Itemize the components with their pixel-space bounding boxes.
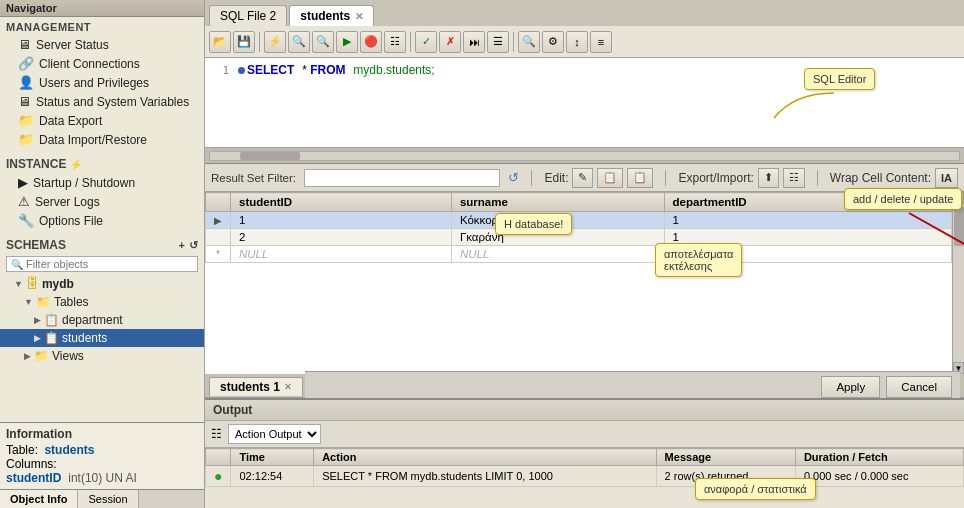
sidebar-item-server-status[interactable]: 🖥 Server Status (0, 35, 204, 54)
result-tab-close[interactable]: ✕ (284, 382, 292, 392)
cell-surname-2[interactable]: Γκαράνη (451, 229, 664, 246)
tree-tables[interactable]: ▼ 📁 Tables (0, 293, 204, 311)
bar-sep-3 (817, 170, 818, 186)
filter-refresh-btn[interactable]: ↺ (508, 170, 519, 185)
views-label: Views (52, 349, 84, 363)
cell-surname-null[interactable]: NULL (451, 246, 664, 263)
toolbar-search-btn[interactable]: 🔍 (312, 31, 334, 53)
toolbar-explain-btn[interactable]: 🔍 (288, 31, 310, 53)
schemas-add-icon[interactable]: + (179, 239, 185, 252)
students-tab-label: students (300, 9, 350, 23)
result-filter-input[interactable] (304, 169, 500, 187)
result-filter-bar: Result Set Filter: ↺ Edit: ✎ 📋 📋 Expor (205, 164, 964, 192)
edit-btn-1[interactable]: ✎ (572, 168, 593, 188)
filter-search-icon: 🔍 (11, 259, 23, 270)
toolbar-find-btn[interactable]: 🔍 (518, 31, 540, 53)
tab-object-info[interactable]: Object Info (0, 490, 78, 508)
tree-students[interactable]: ▶ 📋 students (0, 329, 204, 347)
toolbar-next-btn[interactable]: ⏭ (463, 31, 485, 53)
tables-label: Tables (54, 295, 89, 309)
output-table-container[interactable]: Time Action Message Duration / Fetch ● 0… (205, 448, 964, 508)
tab-students[interactable]: students ✕ (289, 5, 374, 26)
output-col-action[interactable]: Action (314, 449, 656, 466)
output-col-time[interactable]: Time (231, 449, 314, 466)
refresh-icon[interactable]: ↺ (508, 170, 519, 185)
toolbar-execute-btn[interactable]: ⚡ (264, 31, 286, 53)
edit-btn-3[interactable]: 📋 (627, 168, 653, 188)
table-row-null[interactable]: * NULL NULL NULL (206, 246, 952, 263)
wrap-btn[interactable]: IA (935, 168, 958, 188)
sql-code[interactable]: SELECT * FROM mydb.students; (247, 63, 435, 78)
schemas-refresh-icon[interactable]: ↺ (189, 239, 198, 252)
toolbar-format-btn[interactable]: ☰ (487, 31, 509, 53)
sidebar-item-client-connections[interactable]: 🔗 Client Connections (0, 54, 204, 73)
output-action: SELECT * FROM mydb.students LIMIT 0, 100… (314, 466, 656, 487)
cell-dept-2[interactable]: 1 (664, 229, 951, 246)
toolbar-rollback-btn[interactable]: ✗ (439, 31, 461, 53)
toolbar-run-btn[interactable]: ▶ (336, 31, 358, 53)
students-label: students (62, 331, 107, 345)
sidebar-scroll[interactable]: MANAGEMENT 🖥 Server Status 🔗 Client Conn… (0, 17, 204, 422)
output-type-select[interactable]: Action Output (228, 424, 321, 444)
cell-id-2[interactable]: 2 (231, 229, 452, 246)
scroll-up-arrow[interactable]: ▲ (953, 192, 964, 204)
tree-views[interactable]: ▶ 📁 Views (0, 347, 204, 365)
export-btn-1[interactable]: ⬆ (758, 168, 779, 188)
cell-id-1[interactable]: 1 (231, 212, 452, 229)
sidebar-item-data-export[interactable]: 📁 Data Export (0, 111, 204, 130)
h-scroll-thumb[interactable] (240, 152, 300, 160)
cell-dept-1[interactable]: 1 (664, 212, 951, 229)
students-table-icon: 📋 (44, 331, 59, 345)
sidebar-item-data-import[interactable]: 📁 Data Import/Restore (0, 130, 204, 149)
table-row[interactable]: 2 Γκαράνη 1 (206, 229, 952, 246)
toolbar-menu-btn[interactable]: ≡ (590, 31, 612, 53)
sidebar-item-startup-shutdown[interactable]: ▶ Startup / Shutdown (0, 173, 204, 192)
export-btn-2[interactable]: ☷ (783, 168, 805, 188)
sidebar-item-server-logs[interactable]: ⚠ Server Logs (0, 192, 204, 211)
cell-surname-1[interactable]: Κόκκορας (451, 212, 664, 229)
toolbar-settings-btn[interactable]: ⚙ (542, 31, 564, 53)
toolbar-open-btn[interactable]: 📂 (209, 31, 231, 53)
toolbar-indent-btn[interactable]: ↕ (566, 31, 588, 53)
h-scroll-track[interactable] (209, 151, 960, 161)
sql-line-1: 1 SELECT * FROM mydb.students; (205, 62, 964, 79)
vertical-scrollbar[interactable]: ▲ ▼ (952, 192, 964, 374)
output-col-duration[interactable]: Duration / Fetch (795, 449, 963, 466)
sql-table-name: mydb.students; (353, 63, 434, 77)
tree-department[interactable]: ▶ 📋 department (0, 311, 204, 329)
data-grid[interactable]: studentID surname departmentID ▶ 1 Κόκκο… (205, 192, 952, 374)
toolbar-stop-btn[interactable]: 🔴 (360, 31, 382, 53)
col-student-id[interactable]: studentID (231, 193, 452, 212)
sidebar-item-users-privileges[interactable]: 👤 Users and Privileges (0, 73, 204, 92)
scroll-thumb[interactable] (954, 206, 964, 246)
result-tab-label: students 1 (220, 380, 280, 394)
toolbar-commit-btn[interactable]: ✓ (415, 31, 437, 53)
result-bottom-bar: students 1 ✕ Apply Cancel (205, 374, 964, 398)
filter-box[interactable]: 🔍 (6, 256, 198, 272)
output-icon: ☷ (211, 427, 222, 441)
tree-mydb[interactable]: ▼ 🗄 mydb (0, 274, 204, 293)
col-surname[interactable]: surname (451, 193, 664, 212)
apply-button[interactable]: Apply (821, 376, 880, 398)
toolbar-grid-btn[interactable]: ☷ (384, 31, 406, 53)
filter-input[interactable] (26, 258, 193, 270)
horizontal-scrollbar[interactable] (205, 148, 964, 164)
sidebar-item-options-file[interactable]: 🔧 Options File (0, 211, 204, 230)
col-dept-id[interactable]: departmentID (664, 193, 951, 212)
tab-sql-file-2[interactable]: SQL File 2 (209, 5, 287, 26)
result-tab-students1[interactable]: students 1 ✕ (209, 377, 303, 396)
output-row[interactable]: ● 02:12:54 SELECT * FROM mydb.students L… (206, 466, 964, 487)
cell-id-null[interactable]: NULL (231, 246, 452, 263)
output-time: 02:12:54 (231, 466, 314, 487)
table-row[interactable]: ▶ 1 Κόκκορας 1 (206, 212, 952, 229)
students-tab-close[interactable]: ✕ (355, 11, 363, 22)
sidebar-item-status-variables[interactable]: 🖥 Status and System Variables (0, 92, 204, 111)
edit-label: Edit: (544, 171, 568, 185)
tabs-bar: SQL File 2 students ✕ (205, 0, 964, 26)
toolbar-save-btn[interactable]: 💾 (233, 31, 255, 53)
cell-dept-null[interactable]: NULL (664, 246, 951, 263)
output-col-message[interactable]: Message (656, 449, 795, 466)
edit-btn-2[interactable]: 📋 (597, 168, 623, 188)
cancel-button[interactable]: Cancel (886, 376, 952, 398)
tab-session[interactable]: Session (78, 490, 138, 508)
